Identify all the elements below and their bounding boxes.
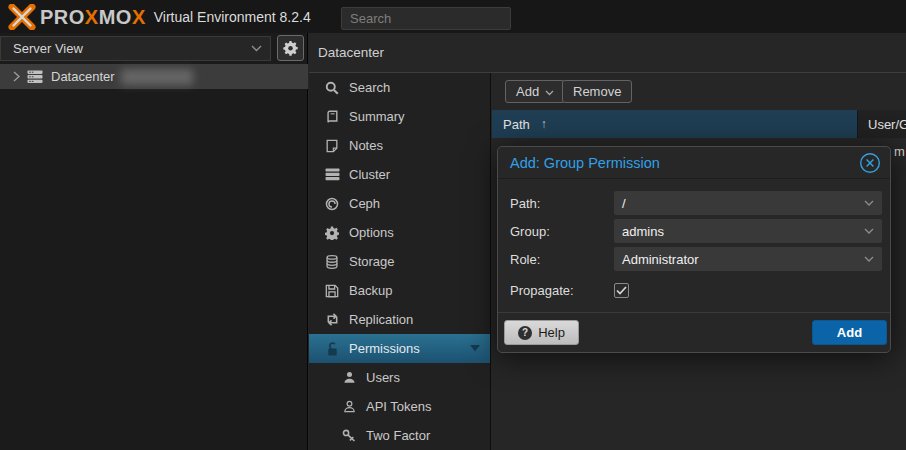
chevron-down-icon bbox=[864, 228, 874, 234]
add-group-permission-dialog: Add: Group Permission Path: / Group: adm… bbox=[497, 146, 891, 353]
dialog-footer: ? Help Add bbox=[498, 312, 890, 352]
user-outline-icon bbox=[341, 399, 357, 415]
close-button[interactable] bbox=[859, 152, 881, 174]
chevron-down-icon bbox=[864, 256, 874, 262]
menu-item-cluster[interactable]: Cluster bbox=[309, 160, 490, 189]
topbar: PROXMOX Virtual Environment 8.2.4 bbox=[0, 0, 906, 33]
group-label: Group: bbox=[510, 224, 614, 239]
tree-node-datacenter[interactable]: Datacenter bbox=[0, 64, 308, 89]
remove-button[interactable]: Remove bbox=[562, 80, 632, 103]
propagate-checkbox[interactable] bbox=[614, 283, 629, 298]
sort-asc-icon: ↑ bbox=[541, 117, 547, 131]
content-header: Datacenter bbox=[309, 33, 906, 73]
note-icon bbox=[324, 138, 340, 154]
menu-item-ceph[interactable]: Ceph bbox=[309, 189, 490, 218]
add-dropdown-button[interactable]: Add bbox=[505, 80, 565, 103]
column-header-path[interactable]: Path ↑ bbox=[492, 110, 858, 138]
field-row-path: Path: / bbox=[510, 191, 882, 215]
gear-icon bbox=[283, 41, 298, 56]
dialog-header[interactable]: Add: Group Permission bbox=[498, 147, 890, 179]
propagate-label: Propagate: bbox=[510, 283, 614, 298]
close-circle-icon bbox=[859, 152, 881, 174]
path-combobox[interactable]: / bbox=[614, 191, 882, 215]
resource-tree-panel: Server View bbox=[0, 33, 308, 450]
gear-icon bbox=[324, 225, 340, 241]
row-cell-fragment: m bbox=[894, 144, 905, 159]
menu-item-backup[interactable]: Backup bbox=[309, 276, 490, 305]
server-icon bbox=[27, 70, 43, 84]
role-label: Role: bbox=[510, 252, 614, 267]
datacenter-menu: Search Summary Notes Cluster Ceph Option… bbox=[309, 73, 491, 450]
menu-item-permissions[interactable]: Permissions bbox=[309, 334, 490, 363]
cluster-icon bbox=[324, 167, 340, 183]
field-row-group: Group: admins bbox=[510, 219, 882, 243]
redacted-node-name bbox=[121, 69, 193, 85]
ceph-icon bbox=[324, 196, 340, 212]
proxmox-logo-text: PROXMOX bbox=[40, 7, 146, 27]
menu-item-notes[interactable]: Notes bbox=[309, 131, 490, 160]
backup-icon bbox=[324, 283, 340, 299]
replication-icon bbox=[324, 312, 340, 328]
tree-node-label: Datacenter bbox=[51, 69, 115, 84]
group-combobox[interactable]: admins bbox=[614, 219, 882, 243]
caret-right-icon[interactable] bbox=[12, 71, 21, 82]
chevron-down-icon bbox=[545, 90, 554, 96]
search-icon bbox=[324, 80, 340, 96]
menu-item-api-tokens[interactable]: API Tokens bbox=[309, 392, 490, 421]
help-button[interactable]: ? Help bbox=[504, 320, 579, 345]
question-icon: ? bbox=[518, 326, 532, 340]
column-header-user-group[interactable]: User/G bbox=[860, 110, 906, 138]
key-icon bbox=[341, 428, 357, 444]
menu-item-storage[interactable]: Storage bbox=[309, 247, 490, 276]
menu-item-replication[interactable]: Replication bbox=[309, 305, 490, 334]
path-label: Path: bbox=[510, 196, 614, 211]
user-icon bbox=[341, 370, 357, 386]
search-input[interactable] bbox=[341, 7, 511, 30]
table-header: Path ↑ User/G bbox=[492, 110, 906, 138]
menu-item-options[interactable]: Options bbox=[309, 218, 490, 247]
view-selector-label: Server View bbox=[13, 41, 83, 56]
menu-item-users[interactable]: Users bbox=[309, 363, 490, 392]
proxmox-window: PROXMOX Virtual Environment 8.2.4 Server… bbox=[0, 0, 906, 450]
storage-icon bbox=[324, 254, 340, 270]
field-row-propagate: Propagate: bbox=[510, 278, 882, 302]
caret-down-icon[interactable] bbox=[470, 345, 480, 352]
chevron-down-icon bbox=[864, 200, 874, 206]
role-combobox[interactable]: Administrator bbox=[614, 247, 882, 271]
field-row-role: Role: Administrator bbox=[510, 247, 882, 271]
menu-item-summary[interactable]: Summary bbox=[309, 102, 490, 131]
view-selector[interactable]: Server View bbox=[0, 36, 271, 61]
tree-settings-button[interactable] bbox=[277, 35, 304, 61]
unlock-icon bbox=[324, 341, 340, 357]
dialog-title: Add: Group Permission bbox=[510, 155, 660, 171]
product-version: Virtual Environment 8.2.4 bbox=[154, 9, 311, 25]
chevron-down-icon bbox=[251, 45, 262, 52]
menu-item-two-factor[interactable]: Two Factor bbox=[309, 421, 490, 450]
dialog-add-button[interactable]: Add bbox=[812, 320, 887, 345]
proxmox-logo-icon bbox=[8, 4, 36, 30]
book-icon bbox=[324, 109, 340, 125]
page-title: Datacenter bbox=[318, 45, 384, 60]
menu-item-search[interactable]: Search bbox=[309, 73, 490, 102]
